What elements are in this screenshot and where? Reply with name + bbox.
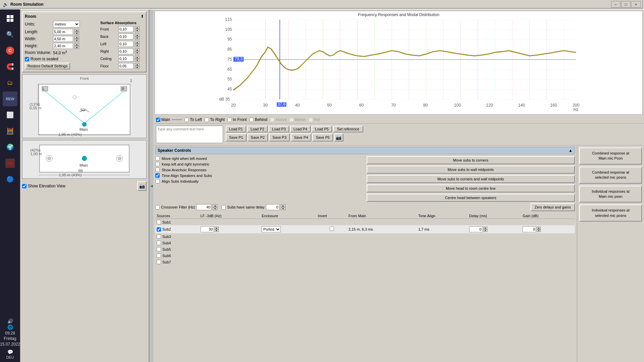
width-down[interactable]: ▼ [74,39,79,42]
save-p5-button[interactable]: Save P5 [312,133,333,141]
right-down[interactable]: ▼ [135,51,140,54]
load-p5-button[interactable]: Load P5 [312,126,332,132]
to-left-checkbox-label[interactable]: To Left [184,117,202,122]
snapshot-button[interactable]: 📷 [334,133,343,141]
sub2-delay-down[interactable]: ▼ [483,229,487,232]
length-down[interactable]: ▼ [74,32,79,35]
collapse-icon[interactable]: ⬆ [141,14,144,19]
save-p1-button[interactable]: Save P1 [226,133,247,141]
centre-head-button[interactable]: Centre head between speakers [367,194,575,202]
front-input[interactable] [118,26,133,32]
move-subs-corners-mid-button[interactable]: Move subs to corners and wall midpoints [367,175,575,183]
main-checkbox-label[interactable]: Main [156,117,182,122]
taskbar-icon-rew[interactable]: REW [3,92,17,106]
in-front-checkbox-label[interactable]: In Front [227,117,247,122]
taskbar-icon-3d[interactable]: ⬜ [3,108,17,122]
floorplan-camera-button[interactable]: 📷 [137,181,147,191]
length-up[interactable]: ▲ [74,29,79,32]
sub2-lf-input[interactable] [201,226,214,232]
sub4-checkbox[interactable] [157,241,161,245]
sub2-invert-checkbox[interactable] [330,227,334,231]
above-checkbox-label[interactable]: Above [270,117,287,122]
taskbar-network-icon[interactable]: 🌐 [7,324,13,330]
sub6-checkbox[interactable] [157,253,161,258]
taskbar-icon-folder[interactable]: 🗂 [3,75,17,90]
sub2-delay-up[interactable]: ▲ [483,227,487,229]
right-input[interactable] [118,48,133,54]
below-checkbox[interactable] [289,118,294,122]
combined-response-main-button[interactable]: Combined response atMain mic Posn [579,147,642,165]
behind-checkbox[interactable] [249,118,254,122]
floor-up[interactable]: ▲ [135,63,140,66]
move-right-checkbox[interactable] [155,156,160,161]
in-front-checkbox[interactable] [227,118,232,122]
crossover-input[interactable] [196,204,211,210]
subs-delay-down[interactable]: ▼ [281,207,285,210]
taskbar-chat-icon[interactable]: 💬 [7,349,13,355]
left-down[interactable]: ▼ [135,44,140,47]
crossover-up[interactable]: ▲ [213,204,217,207]
width-input[interactable] [53,36,73,42]
height-up[interactable]: ▲ [74,43,79,46]
back-up[interactable]: ▲ [135,34,140,37]
right-up[interactable]: ▲ [135,48,140,51]
width-up[interactable]: ▲ [74,36,79,39]
comment-textarea[interactable] [156,126,223,143]
taskbar-sound-icon[interactable]: 🔊 [7,318,13,324]
height-down[interactable]: ▼ [74,46,79,49]
length-input[interactable] [53,29,73,35]
taskbar-icon-dsp[interactable]: dsp [3,156,17,171]
collapse-handle[interactable]: ◀ [149,9,153,362]
back-down[interactable]: ▼ [135,37,140,40]
taskbar-icon-search[interactable]: 🔍 [3,27,17,42]
sub2-enclosure-select[interactable]: Ported Sealed [262,226,281,232]
sc-collapse-icon[interactable]: ▲ [569,148,573,153]
ceiling-up[interactable]: ▲ [135,56,140,59]
front-up[interactable]: ▲ [135,26,140,29]
below-checkbox-label[interactable]: Below [289,117,306,122]
sub5-checkbox[interactable] [157,247,161,251]
maximize-button[interactable]: □ [621,1,631,8]
sub2-lf-down[interactable]: ▼ [215,229,219,232]
back-input[interactable] [118,34,133,40]
time-align-checkbox[interactable] [155,173,160,178]
taskbar-icon-circle[interactable]: C [3,43,17,58]
to-right-checkbox-label[interactable]: To Right [205,117,225,122]
crossover-checkbox[interactable] [155,205,160,209]
sub2-gain-down[interactable]: ▼ [537,229,541,232]
sub3-checkbox[interactable] [157,234,161,239]
front-down[interactable]: ▼ [135,29,140,32]
units-select[interactable]: metres [53,21,80,27]
taskbar-icon-calc[interactable]: 🧮 [3,124,17,138]
ceiling-down[interactable]: ▼ [135,59,140,62]
individual-response-selected-button[interactable]: Individual responses atselected mic posn… [579,204,642,222]
sub2-gain-input[interactable] [523,226,536,232]
subs-delay-input[interactable] [266,204,279,210]
save-p4-button[interactable]: Save P4 [291,133,312,141]
height-input[interactable] [53,43,73,49]
above-checkbox[interactable] [270,118,274,122]
restore-defaults-button[interactable]: Restore Default Settings [25,63,70,69]
sub2-checkbox[interactable] [157,227,161,232]
load-p4-button[interactable]: Load P4 [290,126,311,132]
crossover-down[interactable]: ▼ [213,207,217,210]
taskbar-icon-chrome[interactable]: 🌍 [3,140,17,155]
sub2-gain-up[interactable]: ▲ [537,227,541,229]
align-subs-checkbox[interactable] [155,179,160,183]
behind-checkbox-label[interactable]: Behind [249,117,267,122]
subs-same-delay-checkbox[interactable] [221,205,226,209]
load-p3-button[interactable]: Load P3 [269,126,289,132]
keep-symmetric-checkbox[interactable] [155,162,160,166]
floor-down[interactable]: ▼ [135,66,140,69]
close-button[interactable]: × [631,1,641,8]
ref-checkbox[interactable] [309,118,313,122]
minimize-button[interactable]: − [611,1,621,8]
subs-delay-up[interactable]: ▲ [281,204,285,207]
zero-delays-button[interactable]: Zero delays and gains [531,203,575,211]
load-p1-button[interactable]: Load P1 [226,126,246,132]
ref-checkbox-label[interactable]: Ref [309,117,320,122]
move-subs-midpoints-button[interactable]: Move subs to wall midpoints [367,166,575,174]
set-reference-button[interactable]: Set reference [333,126,363,132]
show-elevation-checkbox[interactable] [22,184,26,188]
left-up[interactable]: ▲ [135,41,140,44]
